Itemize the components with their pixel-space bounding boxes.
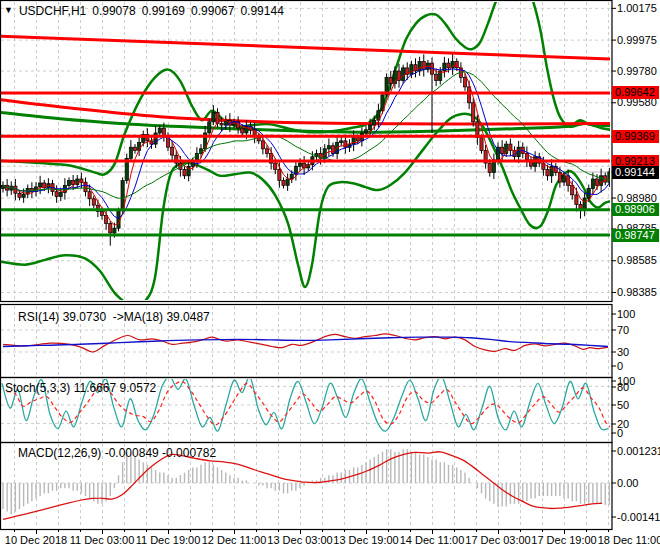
candle-bear bbox=[435, 74, 438, 80]
time-axis-label: 17 Dec 03:00 bbox=[465, 534, 530, 546]
candle-bear bbox=[488, 163, 491, 173]
candle-bull bbox=[158, 128, 161, 133]
candle-bull bbox=[410, 65, 413, 75]
price-axis-label: 0.98385 bbox=[617, 286, 657, 298]
ohlc-low: 0.99067 bbox=[191, 4, 234, 18]
candle-bull bbox=[373, 120, 376, 125]
candle-bull bbox=[608, 172, 611, 182]
candle-bull bbox=[402, 68, 405, 81]
time-axis-label: 17 Dec 19:00 bbox=[531, 534, 596, 546]
time-axis-label: 14 Dec 11:00 bbox=[400, 534, 465, 546]
candle-bear bbox=[55, 192, 58, 197]
candle-bull bbox=[129, 147, 132, 158]
chart-title: ▼ USDCHF,H1 0.99078 0.99169 0.99067 0.99… bbox=[4, 4, 284, 18]
candle-bull bbox=[591, 179, 594, 189]
candle-bull bbox=[113, 228, 116, 233]
candle-bear bbox=[356, 138, 359, 141]
candle-bear bbox=[389, 77, 392, 83]
macd-signal-line bbox=[3, 452, 602, 520]
macd-label: MACD(12,26,9) -0.000849 -0.000782 bbox=[18, 446, 216, 460]
rsi-label: RSI(14) 39.0730 ->MA(18) 39.0487 bbox=[18, 310, 210, 324]
candle-bull bbox=[117, 211, 120, 229]
candle-bear bbox=[92, 199, 95, 205]
candle-bull bbox=[286, 179, 289, 185]
price-level-badge: 0.98906 bbox=[612, 203, 659, 216]
price-level-badge: 0.99369 bbox=[612, 130, 659, 143]
candle-bear bbox=[595, 179, 598, 185]
candle-bull bbox=[208, 122, 211, 133]
price-level-badge: 0.99642 bbox=[612, 86, 659, 99]
chart-canvas[interactable] bbox=[0, 0, 660, 550]
stoch-label: Stoch(5,3,3) 11.6667 9.0572 bbox=[5, 381, 156, 395]
macd-axis-label: 0.001231 bbox=[617, 445, 660, 457]
candle-bear bbox=[183, 170, 186, 176]
ohlc-open: 0.99078 bbox=[92, 4, 135, 18]
time-axis-label: 12 Dec 11:00 bbox=[202, 534, 267, 546]
price-axis-label: 0.98585 bbox=[617, 254, 657, 266]
candle-bull bbox=[364, 130, 367, 133]
upper-trendline bbox=[0, 36, 611, 59]
ohlc-high: 0.99169 bbox=[142, 4, 185, 18]
candle-bear bbox=[282, 181, 285, 186]
price-axis-label: 0.99780 bbox=[617, 65, 657, 77]
candle-bear bbox=[261, 141, 264, 149]
candle-bull bbox=[340, 141, 343, 143]
candle-bear bbox=[220, 123, 223, 125]
candle-bull bbox=[59, 193, 62, 197]
rsi-line bbox=[3, 334, 608, 352]
candle-bear bbox=[480, 138, 483, 151]
time-axis-label: 18 Dec 11:00 bbox=[598, 534, 660, 546]
time-axis-label: 11 Dec 03:00 bbox=[70, 534, 135, 546]
candle-bear bbox=[472, 103, 475, 122]
macd-axis-label: -0.001412 bbox=[617, 511, 660, 523]
time-axis-label: 13 Dec 19:00 bbox=[333, 534, 398, 546]
candle-bear bbox=[18, 193, 21, 197]
price-axis-label: 1.00175 bbox=[617, 2, 657, 14]
candle-bear bbox=[100, 212, 103, 216]
candle-bull bbox=[327, 146, 330, 149]
candle-bull bbox=[298, 163, 301, 166]
candle-bear bbox=[265, 149, 268, 154]
candle-bear bbox=[72, 181, 75, 185]
price-level-badge: 0.98747 bbox=[612, 229, 659, 242]
time-axis-label: 13 Dec 03:00 bbox=[267, 534, 332, 546]
candle-bear bbox=[274, 163, 277, 169]
time-axis-label: 10 Dec 2018 bbox=[5, 534, 67, 546]
candle-bull bbox=[67, 181, 70, 186]
candle-bear bbox=[171, 147, 174, 155]
candle-bull bbox=[212, 112, 215, 122]
chart-marker-icon: ▼ bbox=[4, 5, 13, 15]
candle-bear bbox=[501, 147, 504, 153]
candle-bear bbox=[241, 128, 244, 133]
candle-bear bbox=[278, 170, 281, 181]
stoch-axis-label: 80 bbox=[617, 381, 629, 393]
price-axis-label: 0.99975 bbox=[617, 34, 657, 46]
candle-bull bbox=[22, 194, 25, 197]
candle-bull bbox=[562, 176, 565, 182]
time-axis-label: 11 Dec 19:00 bbox=[136, 534, 201, 546]
rsi-axis-label: 70 bbox=[617, 324, 629, 336]
trading-chart-window: ▼ USDCHF,H1 0.99078 0.99169 0.99067 0.99… bbox=[0, 0, 660, 550]
candle-bear bbox=[468, 87, 471, 103]
candle-bear bbox=[422, 62, 425, 70]
stoch-axis-label: 50 bbox=[617, 399, 629, 411]
candle-bear bbox=[133, 147, 136, 150]
candle-bull bbox=[39, 183, 42, 187]
candle-bull bbox=[369, 125, 372, 130]
ohlc-close: 0.99144 bbox=[240, 4, 283, 18]
rsi-axis-label: 0 bbox=[617, 360, 623, 372]
price-level-badge: 0.99144 bbox=[612, 166, 659, 179]
candle-bear bbox=[88, 192, 91, 199]
rsi-axis-label: 100 bbox=[617, 308, 635, 320]
candle-bear bbox=[109, 223, 112, 233]
candle-bear bbox=[447, 63, 450, 68]
candle-bear bbox=[463, 77, 466, 87]
candle-bear bbox=[546, 170, 549, 176]
candle-bear bbox=[331, 146, 334, 154]
panel-layer-0 bbox=[0, 0, 611, 305]
stoch-axis-label: 0 bbox=[617, 427, 623, 439]
macd-axis-label: 0.00 bbox=[617, 477, 638, 489]
symbol-timeframe: USDCHF,H1 bbox=[19, 4, 86, 18]
candle-bear bbox=[575, 195, 578, 205]
rsi-axis-label: 30 bbox=[617, 346, 629, 358]
